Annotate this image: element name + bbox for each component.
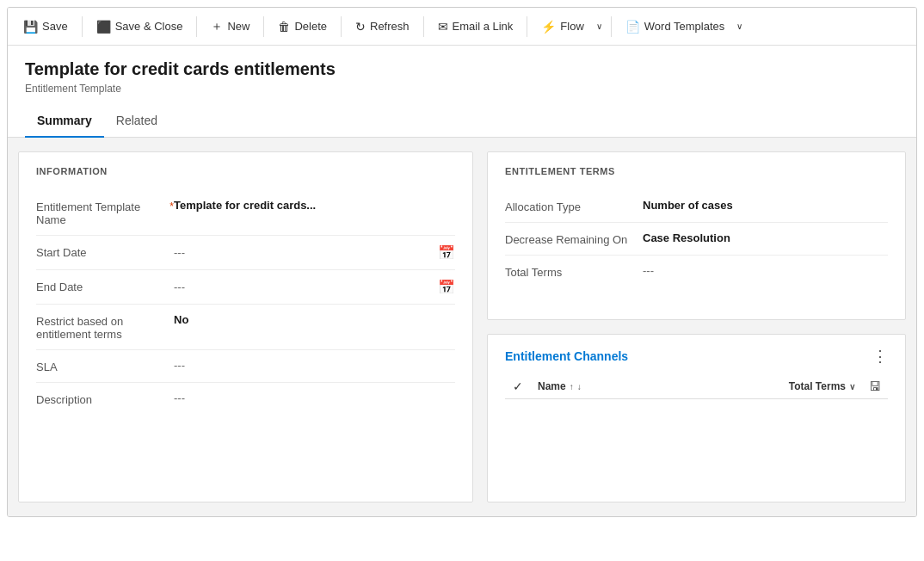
total-terms-dropdown-icon[interactable]: ∨	[849, 382, 855, 391]
word-templates-button-group: 📄 Word Templates ∨	[617, 15, 746, 39]
entitlement-channels-panel: Entitlement Channels ⋮ ✓ Name ↑ ↓ Total …	[487, 334, 906, 502]
field-value-template-name[interactable]: Template for credit cards...	[174, 199, 455, 212]
field-sla: SLA ---	[36, 350, 455, 383]
entitlement-terms-panel: ENTITLEMENT TERMS Allocation Type Number…	[487, 151, 906, 320]
divider-5	[423, 16, 424, 37]
refresh-button[interactable]: ↻ Refresh	[347, 15, 418, 39]
page-subtitle: Entitlement Template	[25, 83, 899, 95]
tab-summary[interactable]: Summary	[25, 105, 104, 138]
information-panel: INFORMATION Entitlement Template Name * …	[18, 151, 473, 502]
field-label-allocation-type: Allocation Type	[505, 199, 643, 213]
new-button[interactable]: ＋ New	[202, 14, 258, 40]
field-label-sla: SLA	[36, 359, 174, 373]
sort-desc-icon[interactable]: ↓	[577, 382, 582, 391]
divider-1	[82, 16, 83, 37]
toolbar: 💾 Save ⬛ Save & Close ＋ New 🗑 Delete ↻ R…	[8, 8, 916, 46]
save-close-icon: ⬛	[96, 20, 111, 34]
divider-6	[527, 16, 527, 37]
flow-button-group: ⚡ Flow ∨	[533, 15, 605, 39]
divider-7	[611, 16, 612, 37]
end-date-calendar-icon[interactable]: 📅	[438, 279, 455, 295]
field-end-date: End Date --- 📅	[36, 270, 455, 305]
field-total-terms: Total Terms ---	[505, 256, 888, 287]
tabs-bar: Summary Related	[8, 105, 916, 138]
field-label-start-date: Start Date	[36, 244, 174, 259]
refresh-icon: ↻	[355, 20, 366, 34]
field-entitlement-template-name: Entitlement Template Name * Template for…	[36, 190, 455, 236]
field-allocation-type: Allocation Type Number of cases	[505, 190, 888, 223]
sort-asc-icon[interactable]: ↑	[570, 382, 574, 391]
field-label-description: Description	[36, 391, 174, 406]
field-value-sla[interactable]: ---	[174, 359, 455, 372]
right-container: ENTITLEMENT TERMS Allocation Type Number…	[487, 151, 906, 502]
flow-button[interactable]: ⚡ Flow	[533, 15, 592, 39]
checkmark-icon[interactable]: ✓	[513, 379, 523, 393]
delete-button[interactable]: 🗑 Delete	[269, 15, 336, 39]
entitlement-terms-section-title: ENTITLEMENT TERMS	[505, 166, 888, 176]
channel-save-icon[interactable]: 🖫	[869, 379, 881, 393]
email-icon: ✉	[438, 20, 448, 34]
field-description: Description ---	[36, 383, 455, 415]
field-label-template-name: Entitlement Template Name *	[36, 199, 174, 226]
field-label-restrict: Restrict based on entitlement terms	[36, 313, 174, 341]
channels-table-header: ✓ Name ↑ ↓ Total Terms ∨ 🖫	[505, 374, 888, 399]
save-close-button[interactable]: ⬛ Save & Close	[88, 15, 192, 39]
channels-header: Entitlement Channels ⋮	[505, 348, 888, 364]
delete-icon: 🗑	[278, 20, 290, 34]
save-button[interactable]: 💾 Save	[15, 15, 77, 39]
field-label-end-date: End Date	[36, 279, 174, 293]
field-value-allocation-type[interactable]: Number of cases	[643, 199, 888, 212]
field-restrict-based: Restrict based on entitlement terms No	[36, 305, 455, 350]
channels-title: Entitlement Channels	[505, 349, 628, 363]
word-templates-button[interactable]: 📄 Word Templates	[617, 15, 733, 39]
field-value-total-terms[interactable]: ---	[643, 264, 888, 277]
field-decrease-remaining: Decrease Remaining On Case Resolution	[505, 223, 888, 256]
channel-check-col: ✓	[505, 379, 531, 393]
flow-dropdown-button[interactable]: ∨	[593, 16, 606, 36]
field-label-decrease-remaining: Decrease Remaining On	[505, 231, 643, 246]
channel-total-terms-col: Total Terms ∨	[789, 380, 855, 392]
new-icon: ＋	[211, 19, 223, 34]
page-header: Template for credit cards entitlements E…	[8, 46, 916, 95]
channels-more-button[interactable]: ⋮	[872, 348, 888, 364]
field-label-total-terms: Total Terms	[505, 264, 643, 279]
field-value-restrict[interactable]: No	[174, 313, 455, 326]
word-templates-dropdown-button[interactable]: ∨	[733, 16, 746, 36]
field-value-description[interactable]: ---	[174, 391, 455, 404]
page-title: Template for credit cards entitlements	[25, 59, 899, 79]
field-start-date: Start Date --- 📅	[36, 236, 455, 270]
field-value-decrease-remaining[interactable]: Case Resolution	[643, 231, 888, 244]
main-content: INFORMATION Entitlement Template Name * …	[8, 138, 916, 516]
divider-3	[263, 16, 264, 37]
information-section-title: INFORMATION	[36, 166, 455, 176]
tab-related[interactable]: Related	[104, 105, 169, 138]
divider-2	[196, 16, 197, 37]
channel-save-col: 🖫	[862, 379, 888, 393]
field-value-start-date: --- 📅	[174, 244, 455, 261]
email-link-button[interactable]: ✉ Email a Link	[429, 15, 522, 39]
start-date-calendar-icon[interactable]: 📅	[438, 244, 455, 261]
word-templates-icon: 📄	[625, 20, 640, 34]
save-icon: 💾	[23, 20, 38, 34]
field-value-end-date: --- 📅	[174, 279, 455, 295]
flow-icon: ⚡	[541, 20, 556, 34]
divider-4	[341, 16, 342, 37]
channel-name-col: Name ↑ ↓	[538, 380, 782, 392]
